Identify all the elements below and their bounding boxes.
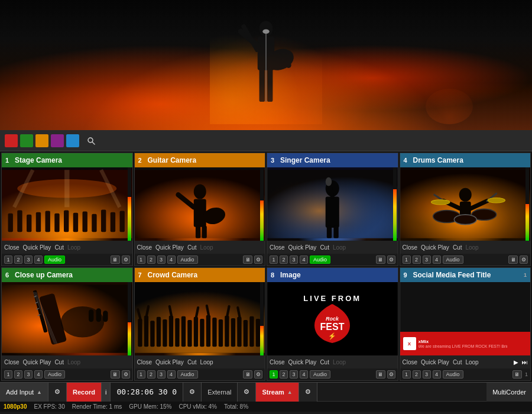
input-preview-7[interactable] [135, 282, 265, 355]
preset-btn-7-2[interactable]: 2 [147, 370, 155, 379]
quickplay-btn-2[interactable]: Quick Play [155, 244, 184, 251]
close-btn-8[interactable]: Close [270, 359, 285, 366]
stream-gear-button[interactable]: ⚙ [299, 383, 317, 402]
settings-gear-button[interactable]: ⚙ [48, 383, 67, 402]
monitor-icon-3[interactable]: 🖥 [376, 255, 385, 264]
preset-btn-4-4[interactable]: 4 [433, 255, 441, 264]
play-icon-9[interactable]: ▶ [514, 359, 518, 366]
preset-btn-2-1[interactable]: 1 [137, 255, 145, 264]
monitor-icon-6[interactable]: 🖥 [111, 370, 120, 379]
multicorder-button[interactable]: MultiCorder [486, 383, 532, 402]
close-btn-1[interactable]: Close [4, 244, 20, 251]
monitor-icon-9[interactable]: 🖥 [512, 370, 522, 379]
color-btn-orange[interactable] [35, 134, 48, 147]
audio-btn-2[interactable]: Audio [177, 255, 198, 264]
cut-btn-4[interactable]: Cut [453, 244, 462, 251]
audio-btn-3[interactable]: Audio [310, 255, 330, 264]
input-preview-2[interactable] [135, 167, 265, 241]
preset-btn-6-2[interactable]: 2 [14, 370, 22, 379]
gear-icon-2[interactable]: ⚙ [254, 255, 262, 264]
monitor-icon-8[interactable]: 🖥 [376, 370, 385, 379]
preset-btn-7-3[interactable]: 3 [157, 370, 166, 379]
preset-btn-2-2[interactable]: 2 [147, 255, 155, 264]
audio-btn-1[interactable]: Audio [44, 255, 65, 264]
monitor-icon-4[interactable]: 🖥 [508, 255, 518, 264]
timer-gear-button[interactable]: ⚙ [183, 383, 202, 402]
preset-btn-4-3[interactable]: 3 [423, 255, 431, 264]
preset-btn-2-4[interactable]: 4 [167, 255, 176, 264]
preset-btn-8-1[interactable]: 1 [270, 370, 278, 379]
input-preview-6[interactable] [2, 282, 132, 355]
cut-btn-7[interactable]: Cut [187, 359, 197, 366]
cut-btn-2[interactable]: Cut [187, 244, 197, 251]
preset-btn-6-1[interactable]: 1 [4, 370, 12, 379]
preset-btn-1-2[interactable]: 2 [14, 255, 22, 264]
monitor-icon-1[interactable]: 🖥 [111, 255, 120, 264]
close-btn-4[interactable]: Close [403, 244, 418, 251]
close-btn-3[interactable]: Close [270, 244, 285, 251]
monitor-icon-2[interactable]: 🖥 [243, 255, 252, 264]
quickplay-btn-6[interactable]: Quick Play [23, 359, 51, 366]
preset-btn-6-4[interactable]: 4 [34, 370, 43, 379]
audio-btn-4[interactable]: Audio [443, 255, 463, 264]
close-btn-6[interactable]: Close [4, 359, 20, 366]
preset-btn-8-2[interactable]: 2 [280, 370, 288, 379]
preset-btn-7-1[interactable]: 1 [137, 370, 145, 379]
gear-icon-4[interactable]: ⚙ [520, 255, 528, 264]
preset-btn-8-4[interactable]: 4 [300, 370, 308, 379]
audio-btn-7[interactable]: Audio [177, 370, 198, 379]
color-btn-red[interactable] [5, 134, 18, 147]
preset-btn-4-2[interactable]: 2 [413, 255, 421, 264]
audio-btn-8[interactable]: Audio [310, 370, 330, 379]
close-btn-7[interactable]: Close [137, 359, 153, 366]
color-btn-blue[interactable] [66, 134, 79, 147]
cut-btn-8[interactable]: Cut [320, 359, 329, 366]
input-preview-3[interactable] [267, 167, 398, 241]
cut-btn-9[interactable]: Cut [453, 359, 462, 366]
input-preview-4[interactable] [400, 167, 531, 241]
cut-btn-6[interactable]: Cut [54, 359, 64, 366]
preset-btn-8-3[interactable]: 3 [290, 370, 298, 379]
gear-icon-6[interactable]: ⚙ [122, 370, 130, 379]
input-preview-9[interactable]: X xMix We are streaming LIVE FROM ROCK F… [400, 282, 531, 355]
quickplay-btn-7[interactable]: Quick Play [155, 359, 184, 366]
external-gear-button[interactable]: ⚙ [238, 383, 256, 402]
quickplay-btn-9[interactable]: Quick Play [421, 359, 449, 366]
preset-btn-6-3[interactable]: 3 [24, 370, 33, 379]
gear-icon-3[interactable]: ⚙ [387, 255, 395, 264]
preset-btn-9-4[interactable]: 4 [433, 370, 441, 379]
preset-btn-3-4[interactable]: 4 [300, 255, 308, 264]
loop-btn-7[interactable]: Loop [200, 359, 213, 366]
quickplay-btn-1[interactable]: Quick Play [23, 244, 51, 251]
info-button[interactable]: i [102, 383, 111, 402]
close-btn-9[interactable]: Close [403, 359, 418, 366]
stream-button[interactable]: Stream ▲ [256, 383, 299, 402]
audio-btn-9[interactable]: Audio [443, 370, 463, 379]
quickplay-btn-3[interactable]: Quick Play [288, 244, 317, 251]
input-preview-1[interactable] [2, 167, 132, 241]
preset-btn-1-3[interactable]: 3 [24, 255, 33, 264]
gear-icon-8[interactable]: ⚙ [387, 370, 395, 379]
add-input-button[interactable]: Add Input ▲ [0, 383, 48, 402]
preset-btn-9-3[interactable]: 3 [423, 370, 431, 379]
cut-btn-3[interactable]: Cut [320, 244, 329, 251]
next-icon-9[interactable]: ⏭ [522, 359, 528, 366]
audio-btn-6[interactable]: Audio [44, 370, 65, 379]
preset-btn-9-1[interactable]: 1 [403, 370, 411, 379]
preset-btn-3-3[interactable]: 3 [290, 255, 298, 264]
preset-btn-9-2[interactable]: 2 [413, 370, 421, 379]
quickplay-btn-8[interactable]: Quick Play [288, 359, 317, 366]
record-button[interactable]: Record [67, 383, 102, 402]
color-btn-purple[interactable] [51, 134, 64, 147]
gear-icon-1[interactable]: ⚙ [122, 255, 130, 264]
preset-btn-1-1[interactable]: 1 [4, 255, 12, 264]
monitor-icon-7[interactable]: 🖥 [243, 370, 252, 379]
input-preview-8[interactable]: LIVE FROM Rock FEST ⚡ [267, 282, 398, 355]
quickplay-btn-4[interactable]: Quick Play [421, 244, 449, 251]
search-icon[interactable] [84, 134, 98, 148]
preset-btn-3-1[interactable]: 1 [270, 255, 278, 264]
preset-btn-2-3[interactable]: 3 [157, 255, 166, 264]
close-btn-2[interactable]: Close [137, 244, 153, 251]
preset-btn-7-4[interactable]: 4 [167, 370, 176, 379]
preset-btn-1-4[interactable]: 4 [34, 255, 43, 264]
